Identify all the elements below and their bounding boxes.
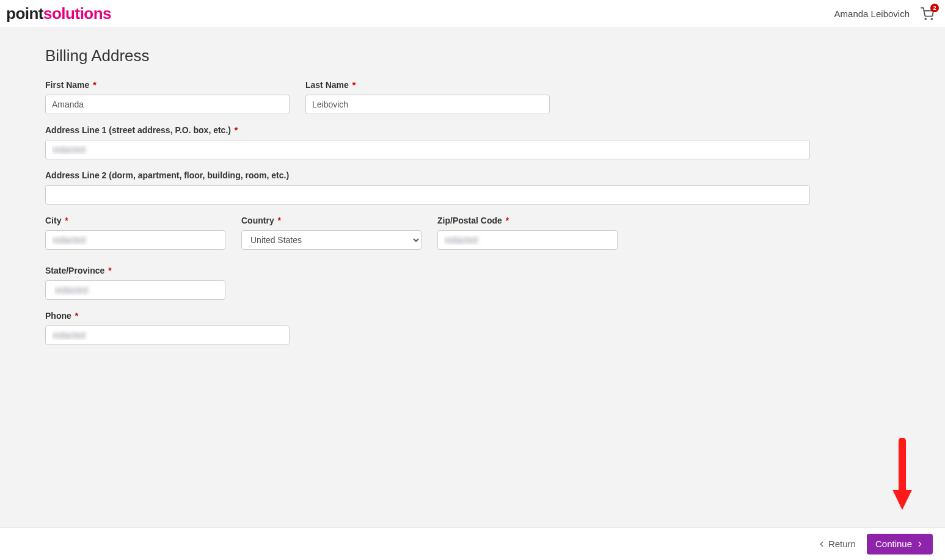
chevron-right-icon [916, 540, 924, 548]
field-state: State/Province * redacted [45, 266, 225, 300]
top-bar: pointsolutions Amanda Leibovich 2 [0, 0, 945, 28]
field-last-name: Last Name * [305, 80, 550, 114]
logo[interactable]: pointsolutions [6, 4, 111, 23]
field-first-name: First Name * [45, 80, 290, 114]
field-city: City * [45, 216, 225, 250]
cart-badge: 2 [930, 4, 939, 12]
label-first-name: First Name * [45, 80, 290, 90]
field-address2: Address Line 2 (dorm, apartment, floor, … [45, 170, 810, 205]
field-zip: Zip/Postal Code * [437, 216, 618, 250]
select-state[interactable]: redacted [45, 280, 225, 300]
select-country[interactable]: United States [241, 230, 421, 250]
main-scroll-area[interactable]: Billing Address First Name * Last Name *… [0, 28, 945, 527]
label-phone: Phone * [45, 311, 290, 321]
return-button[interactable]: Return [817, 539, 856, 549]
continue-button[interactable]: Continue [867, 534, 933, 555]
return-label: Return [828, 539, 856, 549]
logo-text-2: solutions [43, 4, 111, 23]
label-country: Country * [241, 216, 421, 225]
input-address1[interactable] [45, 140, 810, 159]
field-country: Country * United States [241, 216, 421, 250]
continue-label: Continue [875, 539, 912, 549]
input-first-name[interactable] [45, 95, 290, 114]
chevron-left-icon [817, 540, 826, 548]
label-city: City * [45, 216, 225, 225]
field-address1: Address Line 1 (street address, P.O. box… [45, 125, 810, 159]
footer-bar: Return Continue [0, 527, 945, 560]
user-menu[interactable]: Amanda Leibovich [834, 9, 910, 19]
input-last-name[interactable] [305, 95, 550, 114]
input-zip[interactable] [437, 230, 618, 250]
label-address1: Address Line 1 (street address, P.O. box… [45, 125, 810, 135]
label-last-name: Last Name * [305, 80, 550, 90]
label-address2: Address Line 2 (dorm, apartment, floor, … [45, 170, 810, 180]
logo-text-1: point [6, 4, 43, 23]
page-title: Billing Address [45, 46, 810, 65]
input-city[interactable] [45, 230, 225, 250]
label-zip: Zip/Postal Code * [437, 216, 618, 225]
input-address2[interactable] [45, 185, 810, 205]
field-phone: Phone * [45, 311, 290, 345]
cart-button[interactable]: 2 [921, 7, 934, 21]
label-state: State/Province * [45, 266, 225, 275]
svg-point-1 [931, 18, 932, 20]
form-container: Billing Address First Name * Last Name *… [0, 28, 855, 393]
svg-point-0 [925, 18, 926, 20]
input-phone[interactable] [45, 325, 290, 345]
